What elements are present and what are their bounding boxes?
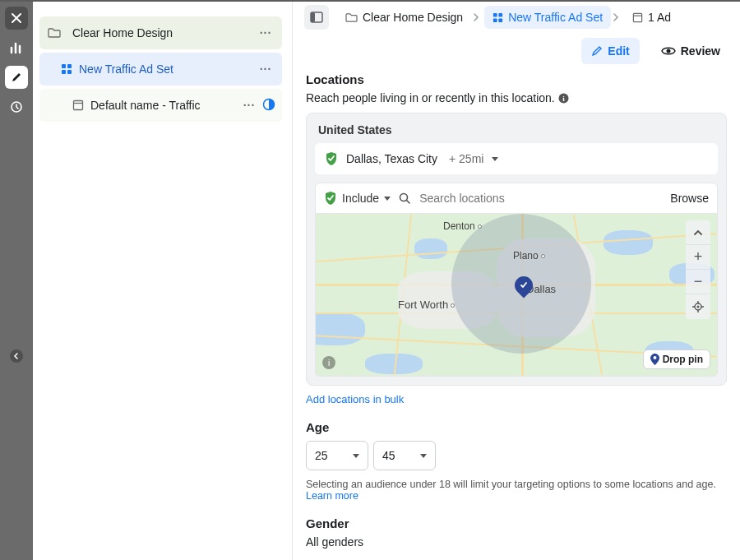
location-country: United States [307,113,726,143]
gender-heading: Gender [306,516,727,530]
age-min-dropdown[interactable]: 25 [306,441,368,470]
tree-campaign-label: Clear Home Design [72,26,256,39]
edit-button[interactable]: Edit [581,38,639,64]
shield-check-icon [325,151,338,166]
age-note-text: Selecting an audience under 18 will limi… [306,479,716,490]
caret-down-icon [384,197,391,201]
caret-down-icon [492,157,498,161]
age-max-dropdown[interactable]: 45 [373,441,436,470]
svg-rect-14 [633,13,641,21]
locations-heading: Locations [306,72,727,86]
breadcrumb-campaign[interactable]: Clear Home Design [337,6,471,29]
location-city-name: Dallas, Texas City [346,152,437,165]
map-collapse-button[interactable] [686,220,710,245]
age-heading: Age [306,420,727,434]
breadcrumb-ad[interactable]: 1 Ad [624,6,679,29]
folder-icon [345,12,358,23]
map[interactable]: Denton Plano Dallas Fort Worth + − [315,214,718,377]
gender-value: All genders [306,535,727,548]
include-label: Include [342,192,379,205]
svg-rect-10 [493,12,497,16]
info-icon[interactable]: i [558,93,569,104]
caret-down-icon [353,454,359,458]
age-min-value: 25 [315,449,328,462]
browse-button[interactable]: Browse [670,192,709,205]
drop-pin-button[interactable]: Drop pin [643,349,710,369]
learn-more-link[interactable]: Learn more [306,490,358,502]
grid-icon [61,63,72,75]
map-controls: + − [686,220,710,319]
location-pill: Dallas, Texas City + 25mi [315,143,718,174]
shield-check-icon [324,191,337,206]
location-radius-dropdown[interactable]: + 25mi [449,152,498,165]
map-zoom-out-button[interactable]: − [686,270,710,294]
edit-label: Edit [608,44,629,58]
chart-icon[interactable] [5,36,28,59]
include-dropdown[interactable]: Include [324,191,391,206]
tree-ad-row[interactable]: Default name - Traffic ··· [39,89,282,122]
svg-point-16 [666,49,670,53]
caret-down-icon [420,454,427,458]
svg-rect-4 [67,70,72,74]
locations-card: United States Dallas, Texas City + 25mi [306,113,727,386]
locations-sub-text: Reach people living in or recently in th… [306,91,555,104]
svg-rect-1 [62,64,66,68]
panel-toggle-button[interactable] [304,5,329,30]
review-button[interactable]: Review [653,38,728,64]
actions-bar: Edit Review [293,35,740,72]
drop-pin-label: Drop pin [663,354,703,365]
map-label-fortworth: Fort Worth [398,299,455,311]
tree-adset-more[interactable]: ··· [256,62,275,76]
chevron-right-icon [473,11,479,24]
pin-icon [650,354,659,365]
breadcrumb-campaign-label: Clear Home Design [363,11,463,24]
tree-campaign-row[interactable]: Clear Home Design ··· [39,16,282,49]
ad-icon [72,100,84,111]
age-note: Selecting an audience under 18 will limi… [306,479,727,502]
tree-adset-row[interactable]: New Traffic Ad Set ··· [39,53,282,86]
svg-rect-9 [311,12,315,22]
breadcrumb-ad-label: 1 Ad [648,11,671,24]
svg-rect-12 [493,18,497,22]
svg-rect-5 [74,101,83,110]
map-locate-button[interactable] [686,294,710,319]
locations-sub: Reach people living in or recently in th… [306,91,727,104]
svg-rect-13 [499,18,503,22]
folder-icon [48,27,61,39]
chevron-right-icon [613,11,619,24]
main-editor: Clear Home Design New Traffic Ad Set 1 A… [293,0,740,560]
status-half-icon [262,98,275,113]
svg-line-20 [407,200,410,203]
svg-rect-11 [499,12,503,16]
svg-rect-3 [62,70,66,74]
search-icon [399,192,411,205]
location-radius-value: + 25mi [449,152,483,165]
map-info-button[interactable]: i [322,356,335,369]
svg-point-23 [653,356,656,359]
tree-ad-more[interactable]: ··· [239,99,259,112]
map-zoom-in-button[interactable]: + [686,245,710,270]
review-label: Review [681,44,720,58]
collapse-rail-button[interactable] [10,349,23,363]
svg-point-22 [697,306,700,308]
map-label-denton: Denton [443,220,482,232]
map-label-plano: Plano [513,250,545,261]
breadcrumb-adset[interactable]: New Traffic Ad Set [484,6,611,29]
breadcrumb-adset-label: New Traffic Ad Set [508,11,603,24]
tree-campaign-more[interactable]: ··· [256,26,275,39]
svg-rect-2 [67,64,72,68]
tree-ad-label: Default name - Traffic [90,99,239,112]
location-search-input[interactable] [414,190,670,206]
grid-icon [493,12,503,23]
age-max-value: 45 [382,449,395,462]
eye-icon [661,46,676,56]
left-rail [0,0,33,560]
location-search-row: Include Browse [315,183,718,214]
close-button[interactable] [5,7,28,30]
ad-icon [632,12,643,23]
nav-tree: Clear Home Design ··· New Traffic Ad Set… [33,0,293,560]
add-locations-bulk-link[interactable]: Add locations in bulk [306,393,404,405]
clock-icon[interactable] [5,95,28,118]
pencil-icon[interactable] [5,66,28,89]
breadcrumb-bar: Clear Home Design New Traffic Ad Set 1 A… [293,0,740,35]
